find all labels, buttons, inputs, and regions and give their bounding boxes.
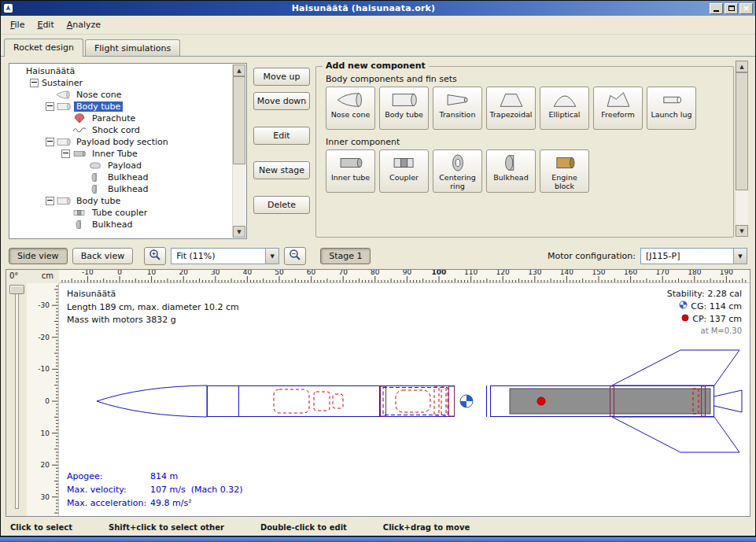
add-centering-ring-button[interactable]: Centering ring [433, 149, 482, 193]
add-inner-tube-button[interactable]: Inner tube [326, 149, 375, 193]
rocket-mass: Mass with motors 3832 g [67, 314, 239, 327]
svg-text:140: 140 [560, 270, 573, 276]
vertical-ruler: -30-20-100102030 [27, 283, 59, 516]
minimize-button[interactable] [710, 3, 723, 14]
body-tube-icon [55, 137, 74, 147]
zoom-combo[interactable]: Fit (11%) ▼ [171, 248, 279, 264]
tab-rocket-design[interactable]: Rocket design [4, 39, 83, 57]
bulkhead-icon [71, 219, 90, 230]
add-body-tube-button[interactable]: Body tube [379, 87, 429, 130]
add-freeform-button[interactable]: Freeform [593, 87, 643, 130]
zoom-out-button[interactable] [284, 247, 306, 265]
scroll-thumb[interactable] [736, 72, 748, 190]
add-elliptical-button[interactable]: Elliptical [540, 87, 589, 130]
tree-scrollbar[interactable]: ▲ ▼ [232, 65, 245, 238]
stability-info: Stability: 2.28 cal CG: 114 cm CP: 137 c… [667, 288, 742, 337]
parachute-icon [71, 113, 90, 124]
add-coupler-button[interactable]: Coupler [379, 149, 429, 193]
status-hint-1: Click to select [10, 523, 72, 532]
svg-text:-10: -10 [38, 365, 50, 373]
tree-item-bulkhead[interactable]: Bulkhead [10, 171, 233, 183]
tree-collapse-icon[interactable] [61, 149, 71, 158]
chevron-down-icon[interactable]: ▼ [733, 249, 747, 264]
tree-item-nose-cone[interactable]: Nose cone [10, 89, 233, 101]
new-stage-button[interactable]: New stage [253, 161, 310, 179]
stage-1-toggle[interactable]: Stage 1 [320, 248, 371, 264]
arrow-up-icon: ▲ [739, 64, 743, 70]
tree-collapse-icon[interactable] [29, 79, 39, 87]
component-tree: HaisunäätäSustainerNose coneBody tubePar… [10, 65, 233, 238]
transition-icon [443, 90, 473, 109]
add-transition-button[interactable]: Transition [433, 87, 482, 130]
scroll-track[interactable] [233, 76, 245, 226]
rocket-name: Haisunäätä [67, 288, 239, 301]
move-down-button[interactable]: Move down [253, 92, 310, 110]
svg-text:150: 150 [592, 270, 605, 276]
add-bulkhead-button[interactable]: Bulkhead [486, 149, 536, 193]
side-view-button[interactable]: Side view [9, 248, 68, 264]
bulkhead-icon [496, 153, 526, 172]
minimize-icon [714, 10, 719, 12]
cp-marker [537, 397, 545, 405]
add-engine-block-button[interactable]: Engine block [540, 149, 589, 193]
rotation-slider[interactable] [6, 283, 27, 516]
tree-item-body-tube[interactable]: Body tube [10, 195, 233, 207]
rocket-canvas[interactable]: Haisunäätä Length 189 cm, max. diameter … [59, 283, 750, 516]
add-trapezoidal-button[interactable]: Trapezoidal [486, 87, 536, 130]
scroll-up-button[interactable]: ▲ [233, 65, 245, 76]
svg-text:-20: -20 [38, 334, 50, 341]
tree-item-payload-body-section[interactable]: Payload body section [10, 136, 233, 148]
tree-item-payload[interactable]: Payload [10, 160, 233, 171]
add-launch-lug-button[interactable]: Launch lug [647, 87, 696, 130]
move-up-button[interactable]: Move up [253, 68, 310, 86]
cg-icon [679, 300, 688, 313]
close-button[interactable]: × [739, 3, 753, 14]
ruler-corner: 0° cm [6, 270, 59, 283]
shock-cord-icon [71, 125, 90, 135]
horizontal-ruler: -100102030405060708090100110120130140150… [59, 270, 750, 283]
maximize-button[interactable] [725, 3, 738, 14]
scroll-thumb[interactable] [233, 76, 245, 164]
tree-item-bulkhead[interactable]: Bulkhead [10, 183, 233, 195]
rotation-slider-thumb[interactable] [9, 285, 24, 294]
bulkhead-icon [87, 184, 105, 194]
back-view-button[interactable]: Back view [72, 248, 134, 264]
edit-button[interactable]: Edit [253, 127, 310, 145]
delete-button[interactable]: Delete [253, 196, 310, 214]
cg-marker [460, 395, 473, 407]
tree-item-body-tube[interactable]: Body tube [10, 101, 233, 112]
cp-icon [681, 313, 689, 326]
tree-item-tube-coupler[interactable]: Tube coupler [10, 207, 233, 219]
scroll-down-button[interactable]: ▼ [233, 226, 245, 238]
rocket-info: Haisunäätä Length 189 cm, max. diameter … [67, 288, 239, 327]
svg-text:-30: -30 [38, 301, 50, 309]
svg-text:160: 160 [624, 270, 637, 276]
tree-item-bulkhead[interactable]: Bulkhead [10, 219, 233, 230]
cg-value: CG: 114 cm [691, 300, 742, 313]
scroll-track[interactable] [736, 72, 748, 225]
menu-analyze[interactable]: Analyze [61, 17, 107, 32]
add-nose-cone-button[interactable]: Nose cone [326, 87, 375, 130]
title-bar[interactable]: Haisunäätä (haisunaata.ork) × [1, 1, 755, 16]
add-panel-scrollbar[interactable]: ▲ ▼ [735, 61, 748, 237]
scroll-down-button[interactable]: ▼ [736, 225, 748, 237]
tree-item-sustainer[interactable]: Sustainer [10, 77, 233, 89]
tree-collapse-icon[interactable] [45, 197, 55, 205]
motor-configuration-combo[interactable]: [J115-P] ▼ [640, 248, 747, 264]
menu-edit[interactable]: Edit [31, 17, 60, 32]
ruler-unit-label: cm [42, 271, 53, 283]
tab-flight-simulations[interactable]: Flight simulations [85, 39, 180, 56]
tree-item-inner-tube[interactable]: Inner Tube [10, 148, 233, 160]
menu-file[interactable]: File [4, 17, 31, 32]
max-velocity-stat: Max. velocity: 107 m/s (Mach 0.32) [67, 483, 242, 496]
tree-collapse-icon[interactable] [45, 138, 55, 146]
close-icon: × [743, 4, 750, 13]
tree-collapse-icon[interactable] [45, 102, 55, 111]
rotation-slider-track[interactable] [15, 287, 19, 509]
tree-item-shock-cord[interactable]: Shock cord [10, 124, 233, 136]
chevron-down-icon[interactable]: ▼ [265, 249, 278, 264]
zoom-in-button[interactable] [144, 247, 166, 265]
tree-item-parachute[interactable]: Parachute [10, 112, 233, 124]
scroll-up-button[interactable]: ▲ [736, 61, 748, 72]
tree-item-haisun-t[interactable]: Haisunäätä [10, 65, 233, 77]
